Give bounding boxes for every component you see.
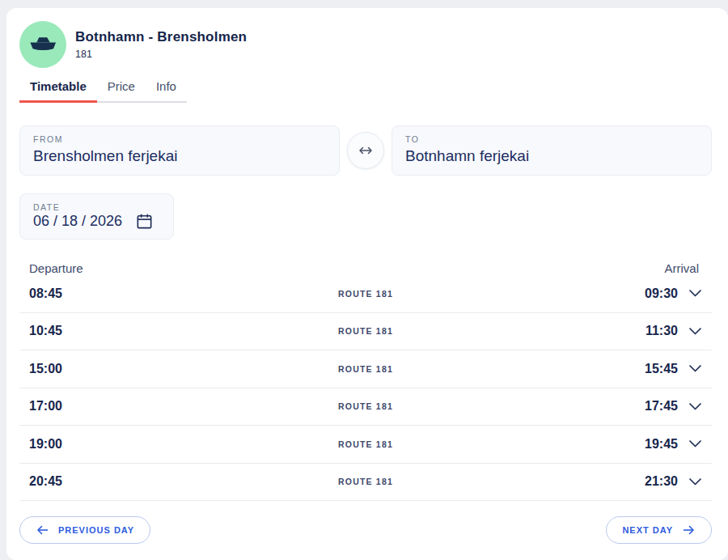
timetable-header: Departure Arrival bbox=[19, 261, 712, 275]
from-value: Brensholmen ferjekai bbox=[33, 147, 326, 165]
chevron-down-icon[interactable] bbox=[688, 289, 702, 298]
chevron-down-icon[interactable] bbox=[688, 439, 702, 448]
route-badge: ROUTE 181 bbox=[253, 401, 477, 411]
timetable-rows: 08:45 ROUTE 181 09:30 10:45 ROUTE 181 11… bbox=[19, 275, 712, 501]
from-field[interactable]: FROM Brensholmen ferjekai bbox=[19, 125, 340, 176]
to-label: TO bbox=[405, 134, 698, 144]
tab-info[interactable]: Info bbox=[146, 79, 187, 101]
chevron-down-icon[interactable] bbox=[688, 327, 702, 336]
next-day-button[interactable]: NEXT DAY bbox=[606, 516, 712, 544]
chevron-down-icon[interactable] bbox=[688, 364, 702, 373]
departure-time: 19:00 bbox=[29, 437, 253, 452]
table-row[interactable]: 17:00 ROUTE 181 17:45 bbox=[19, 388, 712, 426]
calendar-icon bbox=[135, 212, 154, 231]
ferry-boat-glyph bbox=[19, 21, 66, 68]
swap-directions-button[interactable] bbox=[347, 132, 384, 169]
date-row: DATE 06 / 18 / 2026 bbox=[19, 193, 712, 240]
departure-time: 10:45 bbox=[29, 324, 253, 338]
route-badge: ROUTE 181 bbox=[253, 326, 477, 336]
route-title-block: Botnhamn - Brensholmen 181 bbox=[75, 29, 247, 60]
arrow-left-icon bbox=[36, 524, 49, 536]
route-number: 181 bbox=[75, 49, 247, 60]
departure-time: 20:45 bbox=[29, 474, 253, 489]
arrival-time: 15:45 bbox=[645, 362, 678, 376]
tab-bar: Timetable Price Info bbox=[19, 79, 187, 103]
chevron-down-icon[interactable] bbox=[688, 402, 702, 411]
arrival-time: 17:45 bbox=[645, 399, 678, 414]
arrow-right-icon bbox=[682, 524, 696, 536]
route-badge: ROUTE 181 bbox=[253, 477, 477, 486]
page-title: Botnhamn - Brensholmen bbox=[75, 29, 247, 45]
departure-time: 15:00 bbox=[29, 362, 253, 376]
date-label: DATE bbox=[33, 202, 160, 212]
arrival-time: 09:30 bbox=[645, 286, 678, 301]
table-row[interactable]: 19:00 ROUTE 181 19:45 bbox=[19, 426, 712, 464]
to-field[interactable]: TO Botnhamn ferjekai bbox=[392, 125, 712, 176]
day-navigation: PREVIOUS DAY NEXT DAY bbox=[19, 516, 712, 544]
departure-time: 08:45 bbox=[29, 286, 253, 301]
arrival-time: 11:30 bbox=[645, 324, 678, 338]
chevron-down-icon[interactable] bbox=[688, 477, 702, 486]
arrival-time: 21:30 bbox=[645, 474, 678, 489]
tab-timetable[interactable]: Timetable bbox=[19, 79, 97, 103]
to-value: Botnhamn ferjekai bbox=[405, 147, 698, 165]
route-header: Botnhamn - Brensholmen 181 bbox=[19, 21, 712, 68]
swap-directions-icon bbox=[357, 145, 375, 156]
arrival-column-header: Arrival bbox=[664, 261, 699, 275]
tab-price[interactable]: Price bbox=[97, 79, 146, 101]
departure-column-header: Departure bbox=[29, 261, 83, 275]
route-badge: ROUTE 181 bbox=[253, 439, 477, 449]
table-row[interactable]: 08:45 ROUTE 181 09:30 bbox=[19, 275, 712, 313]
route-card: Botnhamn - Brensholmen 181 Timetable Pri… bbox=[6, 8, 728, 560]
departure-time: 17:00 bbox=[29, 399, 253, 414]
from-label: FROM bbox=[33, 134, 326, 144]
table-row[interactable]: 20:45 ROUTE 181 21:30 bbox=[19, 464, 712, 502]
stop-selector-row: FROM Brensholmen ferjekai TO Botnhamn fe… bbox=[19, 125, 712, 176]
previous-day-label: PREVIOUS DAY bbox=[58, 525, 134, 535]
table-row[interactable]: 10:45 ROUTE 181 11:30 bbox=[19, 313, 712, 351]
next-day-label: NEXT DAY bbox=[622, 525, 673, 535]
arrival-time: 19:45 bbox=[645, 437, 678, 452]
previous-day-button[interactable]: PREVIOUS DAY bbox=[19, 516, 150, 544]
ferry-icon bbox=[19, 21, 66, 68]
date-field[interactable]: DATE 06 / 18 / 2026 bbox=[19, 193, 174, 240]
route-badge: ROUTE 181 bbox=[253, 364, 477, 374]
route-badge: ROUTE 181 bbox=[253, 289, 477, 299]
table-row[interactable]: 15:00 ROUTE 181 15:45 bbox=[19, 350, 712, 388]
date-value: 06 / 18 / 2026 bbox=[33, 213, 122, 230]
